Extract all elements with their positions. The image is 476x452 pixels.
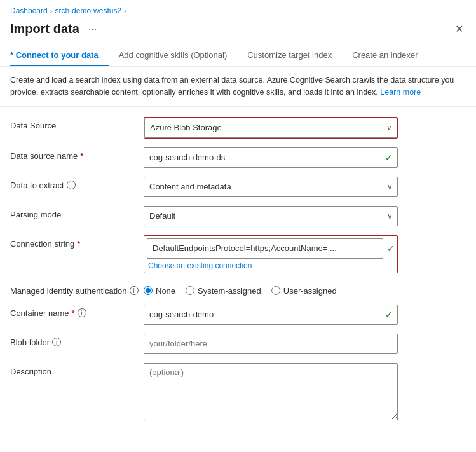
- required-star-container: *: [72, 308, 75, 318]
- data-source-select[interactable]: Azure Blob Storage Azure Table Storage A…: [144, 118, 397, 138]
- managed-identity-info-icon[interactable]: i: [130, 286, 139, 295]
- data-to-extract-info-icon[interactable]: i: [67, 181, 76, 189]
- connection-string-control: ✓ Choose an existing connection: [144, 235, 398, 273]
- required-star-name: *: [80, 151, 83, 161]
- connection-string-label: Connection string *: [10, 235, 144, 249]
- radio-system-input[interactable]: [186, 286, 194, 295]
- radio-none-input[interactable]: [144, 286, 153, 295]
- data-source-control: Azure Blob Storage Azure Table Storage A…: [144, 117, 398, 139]
- connection-string-check-icon: ✓: [387, 243, 395, 254]
- managed-identity-control: None System-assigned User-assigned: [144, 282, 398, 296]
- choose-connection-link[interactable]: Choose an existing connection: [147, 261, 395, 270]
- container-name-info-icon[interactable]: i: [78, 308, 86, 317]
- parsing-mode-select-wrapper: Default Text JSON JSON array Delimited t…: [144, 206, 398, 226]
- page-header: Import data ··· ✕: [0, 18, 476, 45]
- container-name-select-wrapper: cog-search-demo ✓: [144, 305, 398, 325]
- data-to-extract-label: Data to extract i: [10, 177, 144, 190]
- parsing-mode-label-text: Parsing mode: [10, 210, 61, 219]
- data-source-name-row: Data source name * cog-search-demo-ds ✓: [10, 147, 466, 168]
- description-row: Description: [10, 363, 466, 422]
- blob-folder-input[interactable]: [144, 334, 398, 354]
- connection-string-input[interactable]: [147, 238, 383, 259]
- data-to-extract-row: Data to extract i Content and metadata S…: [10, 177, 466, 197]
- radio-user-input[interactable]: [271, 286, 280, 295]
- radio-none-text: None: [156, 286, 175, 296]
- blob-folder-info-icon[interactable]: i: [52, 338, 61, 346]
- required-star-conn: *: [77, 239, 80, 249]
- tab-cognitive[interactable]: Add cognitive skills (Optional): [109, 45, 238, 66]
- managed-identity-label-text: Managed identity authentication: [10, 286, 127, 296]
- managed-identity-label: Managed identity authentication i: [10, 282, 144, 296]
- container-name-label-text: Container name: [10, 308, 69, 318]
- container-name-control: cog-search-demo ✓: [144, 305, 398, 325]
- container-name-row: Container name * i cog-search-demo ✓: [10, 305, 466, 325]
- data-source-name-control: cog-search-demo-ds ✓: [144, 147, 398, 168]
- breadcrumb-resource[interactable]: srch-demo-westus2: [55, 6, 121, 15]
- description-label-text: Description: [10, 367, 51, 376]
- description-box: Create and load a search index using dat…: [0, 67, 476, 107]
- blob-folder-control: [144, 334, 398, 354]
- tab-connect[interactable]: * Connect to your data: [10, 45, 109, 66]
- radio-system-text: System-assigned: [198, 286, 261, 296]
- connection-string-row: Connection string * ✓ Choose an existing…: [10, 235, 466, 273]
- radio-system-label[interactable]: System-assigned: [186, 286, 261, 296]
- breadcrumb: Dashboard › srch-demo-westus2 ›: [0, 0, 476, 18]
- data-source-label-text: Data Source: [10, 121, 56, 130]
- tab-index[interactable]: Customize target index: [237, 45, 342, 66]
- managed-identity-row: Managed identity authentication i None S…: [10, 282, 466, 296]
- data-source-name-select-wrapper: cog-search-demo-ds ✓: [144, 147, 398, 168]
- container-name-label: Container name * i: [10, 305, 144, 318]
- data-source-name-label: Data source name *: [10, 147, 144, 161]
- tab-indexer[interactable]: Create an indexer: [342, 45, 428, 66]
- tabs-container: * Connect to your data Add cognitive ski…: [0, 45, 476, 67]
- data-source-name-label-text: Data source name: [10, 151, 78, 161]
- parsing-mode-row: Parsing mode Default Text JSON JSON arra…: [10, 206, 466, 226]
- learn-more-link[interactable]: Learn more: [380, 88, 421, 97]
- data-to-extract-control: Content and metadata Storage metadata Al…: [144, 177, 398, 197]
- data-source-label: Data Source: [10, 117, 144, 130]
- blob-folder-row: Blob folder i: [10, 334, 466, 354]
- page-title: Import data: [10, 22, 79, 36]
- description-control: [144, 363, 398, 422]
- form-container: Data Source Azure Blob Storage Azure Tab…: [0, 107, 476, 441]
- data-to-extract-select-wrapper: Content and metadata Storage metadata Al…: [144, 177, 398, 197]
- managed-identity-radio-group: None System-assigned User-assigned: [144, 282, 398, 296]
- data-to-extract-select[interactable]: Content and metadata Storage metadata Al…: [144, 177, 398, 197]
- connection-string-input-row: ✓: [147, 238, 395, 259]
- close-button[interactable]: ✕: [452, 20, 466, 38]
- data-source-name-select[interactable]: cog-search-demo-ds: [144, 147, 398, 168]
- breadcrumb-dashboard[interactable]: Dashboard: [10, 6, 48, 15]
- blob-folder-label: Blob folder i: [10, 334, 144, 347]
- connection-string-wrapper: ✓ Choose an existing connection: [144, 235, 398, 273]
- data-source-select-wrapper: Azure Blob Storage Azure Table Storage A…: [144, 117, 398, 139]
- data-source-row: Data Source Azure Blob Storage Azure Tab…: [10, 117, 466, 139]
- radio-user-text: User-assigned: [283, 286, 337, 296]
- parsing-mode-control: Default Text JSON JSON array Delimited t…: [144, 206, 398, 226]
- ellipsis-button[interactable]: ···: [85, 22, 100, 36]
- blob-folder-label-text: Blob folder: [10, 338, 50, 347]
- parsing-mode-select[interactable]: Default Text JSON JSON array Delimited t…: [144, 206, 398, 226]
- description-textarea[interactable]: [144, 363, 398, 420]
- radio-none-label[interactable]: None: [144, 286, 175, 296]
- container-name-select[interactable]: cog-search-demo: [144, 305, 398, 325]
- data-to-extract-label-text: Data to extract: [10, 181, 64, 190]
- connection-string-label-text: Connection string: [10, 239, 74, 249]
- parsing-mode-label: Parsing mode: [10, 206, 144, 219]
- description-label: Description: [10, 363, 144, 376]
- radio-user-label[interactable]: User-assigned: [271, 286, 337, 296]
- breadcrumb-sep-2: ›: [124, 7, 126, 15]
- breadcrumb-sep-1: ›: [50, 7, 53, 15]
